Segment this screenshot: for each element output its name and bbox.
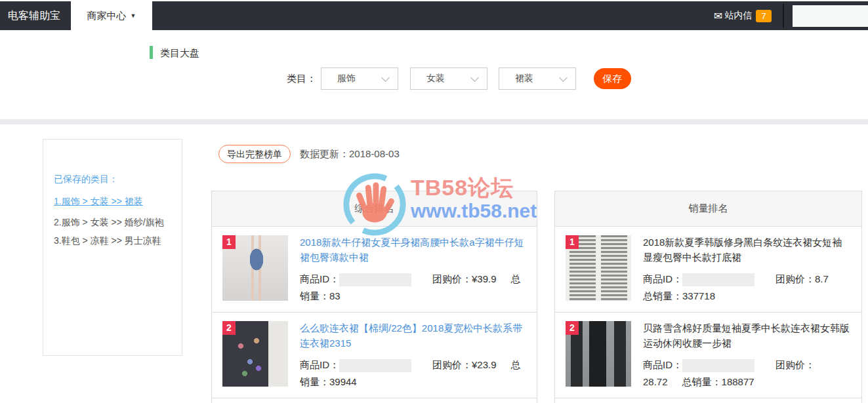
sales-ranking-header: 销量排名	[555, 191, 861, 227]
section-divider	[0, 119, 868, 125]
chevron-down-icon	[381, 73, 390, 82]
topbar-divider	[783, 4, 784, 28]
topbar: 电客辅助宝 商家中心 ▼ ✉ 站内信 7	[0, 1, 868, 30]
product-id-redacted-box	[339, 359, 411, 372]
product-id-label: 商品ID：	[643, 273, 682, 284]
product-image[interactable]: 2	[222, 321, 288, 387]
product-meta: 商品ID：团购价：¥39.9总销量：83	[300, 271, 526, 305]
product-meta: 商品ID：团购价：¥23.9总销量：39944	[300, 356, 526, 391]
comprehensive-ranking-header: 综合排名	[212, 191, 537, 227]
product-price: 团购价：8.7	[775, 273, 829, 284]
product-image[interactable]: 2	[566, 321, 631, 387]
data-updated-text: 数据更新：2018-08-03	[300, 148, 400, 161]
product-title: 贝路雪含棉好质量短袖夏季中长款连衣裙女韩版运动休闲收腰一步裙	[643, 321, 851, 351]
product-meta: 商品ID：团购价：8.7总销量：337718	[643, 271, 851, 305]
product-meta: 商品ID：团购价：28.72总销量：188877	[643, 356, 851, 391]
category-select-level3[interactable]: 裙装	[499, 67, 576, 90]
product-price: 团购价：¥39.9	[432, 273, 497, 284]
rank-badge: 1	[566, 235, 579, 249]
rank-badge: 1	[222, 235, 236, 249]
sales-ranking-panel: 销量排名 1 2018新款夏季韩版修身黑白条纹连衣裙女短袖显瘦包臀中长款打底裙 …	[554, 191, 862, 403]
tab-merchant-center[interactable]: 商家中心 ▼	[71, 1, 152, 30]
product-title-link[interactable]: 2018新款牛仔裙女夏半身裙高腰中长款a字裙牛仔短裙包臀薄款中裙	[300, 235, 526, 265]
tab-merchant-center-label: 商家中心	[87, 10, 127, 22]
product-sales: 总销量：337718	[643, 290, 715, 301]
product-image[interactable]: 1	[222, 235, 288, 301]
category-select-level2[interactable]: 女装	[410, 67, 487, 90]
mail-count-badge: 7	[756, 10, 771, 22]
topbar-search-input[interactable]	[793, 5, 868, 27]
product-row: 2 贝路雪含棉好质量短袖夏季中长款连衣裙女韩版运动休闲收腰一步裙 商品ID：团购…	[555, 313, 861, 398]
saved-categories-title: 已保存的类目：	[54, 174, 118, 185]
save-button[interactable]: 保存	[594, 68, 631, 89]
export-full-ranking-button[interactable]: 导出完整榜单	[218, 145, 291, 163]
page-title: 类目大盘	[160, 47, 199, 60]
chevron-down-icon: ▼	[131, 12, 136, 19]
product-id-redacted-box	[339, 273, 411, 286]
mail-icon: ✉	[714, 10, 722, 22]
product-row: 1 2018新款牛仔裙女夏半身裙高腰中长款a字裙牛仔短裙包臀薄款中裙 商品ID：…	[212, 227, 537, 313]
product-sales: 总销量：188877	[682, 376, 754, 387]
product-id-label: 商品ID：	[300, 359, 339, 370]
chevron-down-icon	[470, 73, 479, 82]
product-price: 团购价：¥23.9	[432, 359, 497, 370]
product-title-link[interactable]: 么么歌连衣裙【棉绸/22色】2018夏宽松中长款系带连衣裙2315	[300, 321, 526, 351]
product-image[interactable]: 1	[566, 235, 631, 301]
product-id-label: 商品ID：	[643, 359, 682, 370]
category-select-level3-value: 裙装	[515, 73, 533, 85]
saved-categories-panel: 已保存的类目： 1.服饰 > 女装 >> 裙装 2.服饰 > 女装 >> 婚纱/…	[43, 139, 182, 356]
section-accent-bar	[150, 46, 153, 59]
category-select-level1[interactable]: 服饰	[321, 67, 398, 90]
rank-badge: 2	[566, 321, 579, 335]
sidebar-item-saved-category-3[interactable]: 3.鞋包 > 凉鞋 >> 男士凉鞋	[54, 235, 161, 247]
site-mail-label: 站内信	[724, 10, 752, 22]
product-title: 2018新款夏季韩版修身黑白条纹连衣裙女短袖显瘦包臀中长款打底裙	[643, 235, 851, 265]
comprehensive-ranking-panel: 综合排名 1 2018新款牛仔裙女夏半身裙高腰中长款a字裙牛仔短裙包臀薄款中裙 …	[211, 191, 537, 403]
category-select-level2-value: 女装	[426, 73, 445, 85]
rank-badge: 2	[222, 321, 236, 335]
category-filter-label: 类目：	[287, 67, 316, 90]
sidebar-item-saved-category-2[interactable]: 2.服饰 > 女装 >> 婚纱/旗袍	[54, 217, 164, 229]
chevron-down-icon	[559, 73, 568, 82]
product-id-label: 商品ID：	[300, 273, 339, 284]
site-mail-button[interactable]: ✉ 站内信 7	[714, 1, 772, 30]
category-select-level1-value: 服饰	[337, 73, 356, 85]
product-id-redacted-box	[682, 359, 754, 372]
product-row: 2 么么歌连衣裙【棉绸/22色】2018夏宽松中长款系带连衣裙2315 商品ID…	[212, 313, 537, 398]
product-id-redacted-box	[682, 273, 754, 286]
sidebar-item-saved-category-1[interactable]: 1.服饰 > 女装 >> 裙装	[54, 196, 143, 208]
product-row: 1 2018新款夏季韩版修身黑白条纹连衣裙女短袖显瘦包臀中长款打底裙 商品ID：…	[555, 227, 861, 313]
app-title: 电客辅助宝	[8, 1, 60, 30]
